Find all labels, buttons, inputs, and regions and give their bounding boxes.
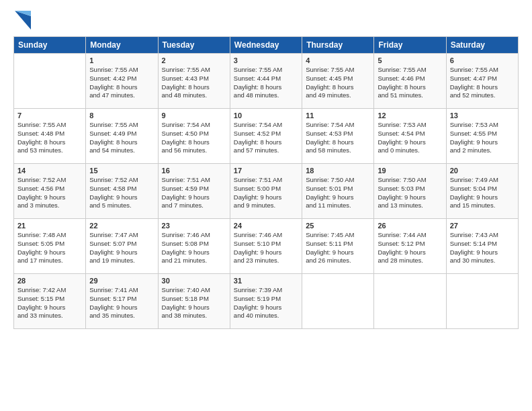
calendar-cell: 18Sunrise: 7:50 AMSunset: 5:01 PMDayligh… xyxy=(302,164,374,219)
calendar-cell: 23Sunrise: 7:46 AMSunset: 5:08 PMDayligh… xyxy=(158,219,230,274)
day-number: 23 xyxy=(162,222,226,230)
header-row: SundayMondayTuesdayWednesdayThursdayFrid… xyxy=(14,37,519,54)
day-info: Sunrise: 7:54 AMSunset: 4:52 PMDaylight:… xyxy=(234,121,298,155)
day-info: Sunrise: 7:50 AMSunset: 5:03 PMDaylight:… xyxy=(378,176,442,210)
day-number: 30 xyxy=(162,277,226,285)
day-info: Sunrise: 7:54 AMSunset: 4:53 PMDaylight:… xyxy=(306,121,370,155)
calendar-body: 1Sunrise: 7:55 AMSunset: 4:42 PMDaylight… xyxy=(14,54,519,329)
calendar-cell: 17Sunrise: 7:51 AMSunset: 5:00 PMDayligh… xyxy=(230,164,302,219)
day-info: Sunrise: 7:46 AMSunset: 5:08 PMDaylight:… xyxy=(162,231,226,265)
calendar-cell: 27Sunrise: 7:43 AMSunset: 5:14 PMDayligh… xyxy=(446,219,518,274)
header-cell-wednesday: Wednesday xyxy=(230,37,302,54)
day-info: Sunrise: 7:49 AMSunset: 5:04 PMDaylight:… xyxy=(450,176,515,210)
day-info: Sunrise: 7:46 AMSunset: 5:10 PMDaylight:… xyxy=(234,231,298,265)
day-info: Sunrise: 7:51 AMSunset: 4:59 PMDaylight:… xyxy=(162,176,226,210)
calendar-page: SundayMondayTuesdayWednesdayThursdayFrid… xyxy=(0,0,532,337)
calendar-cell: 6Sunrise: 7:55 AMSunset: 4:47 PMDaylight… xyxy=(446,54,518,109)
calendar-cell: 20Sunrise: 7:49 AMSunset: 5:04 PMDayligh… xyxy=(446,164,518,219)
calendar-cell xyxy=(446,274,518,329)
day-info: Sunrise: 7:42 AMSunset: 5:15 PMDaylight:… xyxy=(17,286,82,320)
header xyxy=(13,11,519,30)
calendar-cell: 25Sunrise: 7:45 AMSunset: 5:11 PMDayligh… xyxy=(302,219,374,274)
header-cell-sunday: Sunday xyxy=(14,37,86,54)
calendar-cell: 15Sunrise: 7:52 AMSunset: 4:58 PMDayligh… xyxy=(86,164,158,219)
calendar-cell: 29Sunrise: 7:41 AMSunset: 5:17 PMDayligh… xyxy=(86,274,158,329)
day-number: 1 xyxy=(89,56,154,64)
day-info: Sunrise: 7:55 AMSunset: 4:45 PMDaylight:… xyxy=(306,66,370,100)
week-row-1: 7Sunrise: 7:55 AMSunset: 4:48 PMDaylight… xyxy=(14,109,519,164)
day-number: 25 xyxy=(306,222,370,230)
calendar-cell: 14Sunrise: 7:52 AMSunset: 4:56 PMDayligh… xyxy=(14,164,86,219)
calendar-cell: 21Sunrise: 7:48 AMSunset: 5:05 PMDayligh… xyxy=(14,219,86,274)
day-info: Sunrise: 7:55 AMSunset: 4:43 PMDaylight:… xyxy=(162,66,226,100)
calendar-cell: 2Sunrise: 7:55 AMSunset: 4:43 PMDaylight… xyxy=(158,54,230,109)
calendar-cell: 16Sunrise: 7:51 AMSunset: 4:59 PMDayligh… xyxy=(158,164,230,219)
day-info: Sunrise: 7:52 AMSunset: 4:58 PMDaylight:… xyxy=(89,176,154,210)
day-info: Sunrise: 7:40 AMSunset: 5:18 PMDaylight:… xyxy=(162,286,226,320)
logo xyxy=(13,11,31,30)
day-number: 29 xyxy=(89,277,154,285)
day-number: 13 xyxy=(450,111,515,120)
calendar-cell: 26Sunrise: 7:44 AMSunset: 5:12 PMDayligh… xyxy=(374,219,446,274)
day-info: Sunrise: 7:53 AMSunset: 4:55 PMDaylight:… xyxy=(450,121,515,155)
week-row-0: 1Sunrise: 7:55 AMSunset: 4:42 PMDaylight… xyxy=(14,54,519,109)
calendar-cell: 28Sunrise: 7:42 AMSunset: 5:15 PMDayligh… xyxy=(14,274,86,329)
day-info: Sunrise: 7:41 AMSunset: 5:17 PMDaylight:… xyxy=(89,286,154,320)
day-number: 8 xyxy=(89,111,154,120)
day-number: 28 xyxy=(17,277,82,285)
day-info: Sunrise: 7:43 AMSunset: 5:14 PMDaylight:… xyxy=(450,231,515,265)
day-number: 20 xyxy=(450,167,515,175)
calendar-cell: 4Sunrise: 7:55 AMSunset: 4:45 PMDaylight… xyxy=(302,54,374,109)
day-number: 2 xyxy=(162,56,226,64)
week-row-3: 21Sunrise: 7:48 AMSunset: 5:05 PMDayligh… xyxy=(14,219,519,274)
header-cell-tuesday: Tuesday xyxy=(158,37,230,54)
header-cell-monday: Monday xyxy=(86,37,158,54)
day-info: Sunrise: 7:55 AMSunset: 4:44 PMDaylight:… xyxy=(234,66,298,100)
day-number: 7 xyxy=(17,111,82,120)
day-number: 4 xyxy=(306,56,370,64)
day-number: 22 xyxy=(89,222,154,230)
day-number: 18 xyxy=(306,167,370,175)
day-info: Sunrise: 7:54 AMSunset: 4:50 PMDaylight:… xyxy=(162,121,226,155)
day-info: Sunrise: 7:53 AMSunset: 4:54 PMDaylight:… xyxy=(378,121,442,155)
day-number: 9 xyxy=(162,111,226,120)
day-info: Sunrise: 7:55 AMSunset: 4:49 PMDaylight:… xyxy=(89,121,154,155)
day-number: 12 xyxy=(378,111,442,120)
calendar-cell: 3Sunrise: 7:55 AMSunset: 4:44 PMDaylight… xyxy=(230,54,302,109)
calendar-cell: 19Sunrise: 7:50 AMSunset: 5:03 PMDayligh… xyxy=(374,164,446,219)
calendar-cell: 8Sunrise: 7:55 AMSunset: 4:49 PMDaylight… xyxy=(86,109,158,164)
day-info: Sunrise: 7:48 AMSunset: 5:05 PMDaylight:… xyxy=(17,231,82,265)
day-number: 31 xyxy=(234,277,298,285)
day-number: 10 xyxy=(234,111,298,120)
day-info: Sunrise: 7:55 AMSunset: 4:48 PMDaylight:… xyxy=(17,121,82,155)
day-number: 5 xyxy=(378,56,442,64)
day-number: 19 xyxy=(378,167,442,175)
calendar-cell xyxy=(14,54,86,109)
logo-icon xyxy=(15,11,31,30)
calendar-cell: 31Sunrise: 7:39 AMSunset: 5:19 PMDayligh… xyxy=(230,274,302,329)
day-number: 14 xyxy=(17,167,82,175)
calendar-cell: 5Sunrise: 7:55 AMSunset: 4:46 PMDaylight… xyxy=(374,54,446,109)
header-cell-saturday: Saturday xyxy=(446,37,518,54)
day-info: Sunrise: 7:55 AMSunset: 4:42 PMDaylight:… xyxy=(89,66,154,100)
day-info: Sunrise: 7:55 AMSunset: 4:46 PMDaylight:… xyxy=(378,66,442,100)
day-number: 11 xyxy=(306,111,370,120)
day-info: Sunrise: 7:52 AMSunset: 4:56 PMDaylight:… xyxy=(17,176,82,210)
day-info: Sunrise: 7:50 AMSunset: 5:01 PMDaylight:… xyxy=(306,176,370,210)
day-number: 15 xyxy=(89,167,154,175)
calendar-cell xyxy=(374,274,446,329)
calendar-cell xyxy=(302,274,374,329)
day-number: 6 xyxy=(450,56,515,64)
calendar-cell: 22Sunrise: 7:47 AMSunset: 5:07 PMDayligh… xyxy=(86,219,158,274)
day-number: 26 xyxy=(378,222,442,230)
calendar-cell: 13Sunrise: 7:53 AMSunset: 4:55 PMDayligh… xyxy=(446,109,518,164)
calendar-cell: 24Sunrise: 7:46 AMSunset: 5:10 PMDayligh… xyxy=(230,219,302,274)
calendar-cell: 12Sunrise: 7:53 AMSunset: 4:54 PMDayligh… xyxy=(374,109,446,164)
day-number: 27 xyxy=(450,222,515,230)
day-number: 17 xyxy=(234,167,298,175)
day-info: Sunrise: 7:45 AMSunset: 5:11 PMDaylight:… xyxy=(306,231,370,265)
day-number: 16 xyxy=(162,167,226,175)
day-info: Sunrise: 7:39 AMSunset: 5:19 PMDaylight:… xyxy=(234,286,298,320)
calendar-cell: 30Sunrise: 7:40 AMSunset: 5:18 PMDayligh… xyxy=(158,274,230,329)
calendar-cell: 10Sunrise: 7:54 AMSunset: 4:52 PMDayligh… xyxy=(230,109,302,164)
